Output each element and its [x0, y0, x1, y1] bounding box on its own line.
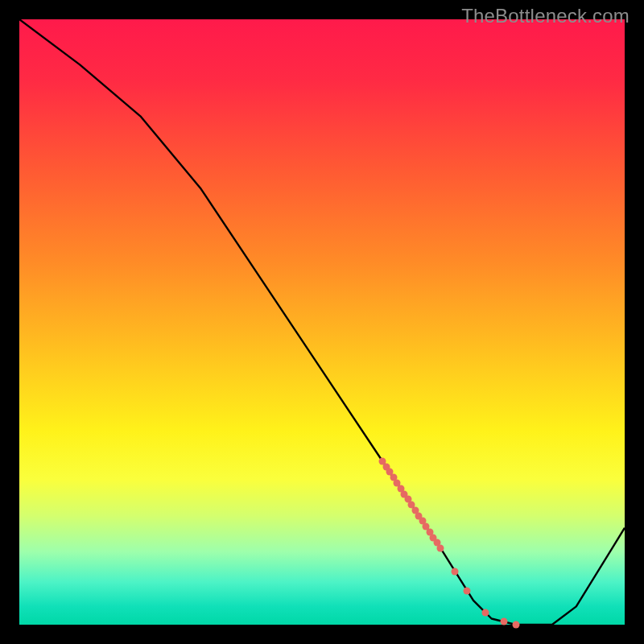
plot-area — [19, 19, 625, 625]
highlight-dot — [452, 568, 459, 575]
highlight-dot — [482, 609, 489, 616]
bottleneck-curve-path — [19, 19, 625, 625]
highlight-dot — [512, 621, 519, 629]
highlight-dot — [464, 587, 471, 594]
highlight-dot — [500, 618, 507, 625]
highlight-dot — [437, 545, 444, 552]
line-chart-svg — [19, 19, 625, 625]
watermark-text: TheBottleneck.com — [461, 5, 630, 27]
chart-frame: TheBottleneck.com — [0, 0, 644, 644]
